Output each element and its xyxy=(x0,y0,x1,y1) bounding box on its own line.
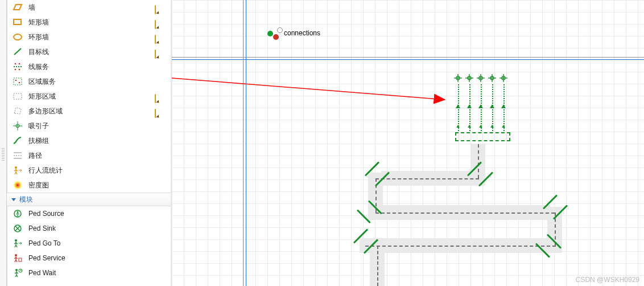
pedgoto-icon xyxy=(13,238,23,248)
palette-item-label: 线服务 xyxy=(28,59,49,74)
queue-arrowhead-icon xyxy=(456,125,460,128)
edit-icon[interactable] xyxy=(155,47,165,57)
svg-rect-8 xyxy=(14,78,22,85)
connections-node-icon[interactable] xyxy=(277,27,283,33)
svg-point-4 xyxy=(15,63,16,65)
palette-item-pedservice[interactable]: Ped Service xyxy=(7,251,171,265)
palette-item-label: Ped Sink xyxy=(28,221,56,236)
palette-panel: 墙 矩形墙 环形墙 目标线 xyxy=(0,0,172,286)
palette-item-label: Ped Source xyxy=(28,206,64,221)
pedwait-icon xyxy=(13,268,23,278)
palette-item-pedgoto[interactable]: Ped Go To xyxy=(7,236,171,251)
connections-node-icon[interactable] xyxy=(273,34,279,40)
queue-arrowhead-icon xyxy=(479,125,482,128)
palette-item-label: 扶梯组 xyxy=(28,133,49,148)
palette-item-pedwait[interactable]: Ped Wait xyxy=(7,265,171,280)
svg-point-19 xyxy=(15,166,17,169)
svg-line-33 xyxy=(172,67,445,100)
queue-arrowhead-icon xyxy=(490,125,494,128)
queue-arrowhead-icon xyxy=(490,104,494,108)
axis-vertical xyxy=(243,0,243,286)
palette-item-pedsink[interactable]: Ped Sink xyxy=(7,221,171,236)
palette-item-label: 区域服务 xyxy=(28,74,56,89)
queue-arrowhead-icon xyxy=(478,104,483,108)
section-title: 模块 xyxy=(19,193,33,206)
queue-centerline xyxy=(377,246,378,286)
pedsource-icon xyxy=(13,209,23,219)
palette-item-label: Ped Service xyxy=(28,251,65,265)
palette-item-label: 路径 xyxy=(28,148,42,163)
palette-item-label: Ped Wait xyxy=(28,265,56,280)
service-line-base[interactable] xyxy=(455,132,510,141)
palette-item-escalator[interactable]: 扶梯组 xyxy=(7,133,171,148)
svg-point-9 xyxy=(15,80,17,81)
rectarea-icon xyxy=(13,91,23,101)
palette-item-label: 矩形墙 xyxy=(28,15,49,30)
svg-point-7 xyxy=(19,69,20,71)
queue-centerline xyxy=(365,246,556,247)
svg-line-2 xyxy=(14,48,21,55)
app-root: 墙 矩形墙 环形墙 目标线 xyxy=(0,0,644,286)
palette-item-label: 多边形区域 xyxy=(28,104,63,119)
svg-point-28 xyxy=(15,239,17,242)
queue-arrowhead-icon xyxy=(467,104,472,108)
palette-item-label: 环形墙 xyxy=(28,30,49,44)
svg-point-6 xyxy=(15,69,16,71)
model-canvas[interactable]: connections xyxy=(172,0,644,286)
palette-item-flowstat[interactable]: 行人流统计 xyxy=(7,163,171,178)
selection-guide-v xyxy=(246,0,246,286)
palette-item-wall[interactable]: 墙 xyxy=(7,0,171,15)
queue-arrowhead-icon xyxy=(502,125,505,128)
connections-node-icon[interactable] xyxy=(267,31,273,36)
palette-item-path[interactable]: 路径 xyxy=(7,148,171,163)
palette-item-label: 行人流统计 xyxy=(28,163,63,178)
svg-marker-12 xyxy=(14,108,21,114)
palette-item-label: Ped Go To xyxy=(28,236,60,251)
svg-rect-11 xyxy=(14,93,22,99)
palette-item-ringwall[interactable]: 环形墙 xyxy=(7,30,171,44)
areaservice-icon xyxy=(13,76,23,87)
density-icon xyxy=(13,180,23,190)
ringwall-icon xyxy=(13,32,23,42)
selection-guide-h xyxy=(172,59,644,60)
queue-centerline xyxy=(478,144,479,178)
palette-item-areaservice[interactable]: 区域服务 xyxy=(7,74,171,89)
palette-item-pedsource[interactable]: Ped Source xyxy=(7,206,171,221)
svg-point-1 xyxy=(14,34,22,40)
palette-item-label: 矩形区域 xyxy=(28,89,56,104)
escalator-icon xyxy=(13,136,23,146)
palette-item-density[interactable]: 密度图 xyxy=(7,178,171,193)
queue-arrowhead-icon xyxy=(501,104,506,108)
chevron-down-icon xyxy=(11,198,16,201)
palette-item-targetline[interactable]: 目标线 xyxy=(7,44,171,59)
edit-icon[interactable] xyxy=(155,91,165,101)
attractor-icon xyxy=(13,121,23,131)
edit-icon[interactable] xyxy=(155,17,165,27)
palette-section-blocks[interactable]: 模块 xyxy=(7,193,171,206)
edit-icon[interactable] xyxy=(155,106,165,116)
palette-item-label: 密度图 xyxy=(28,178,49,193)
svg-point-31 xyxy=(15,269,18,271)
pedservice-icon xyxy=(13,253,23,263)
palette-item-rectwall[interactable]: 矩形墙 xyxy=(7,15,171,30)
svg-point-10 xyxy=(19,82,20,84)
edit-icon[interactable] xyxy=(155,2,165,13)
svg-rect-30 xyxy=(19,258,22,262)
svg-point-5 xyxy=(19,63,20,65)
palette-item-label: 墙 xyxy=(28,0,35,15)
edit-icon[interactable] xyxy=(155,32,165,42)
connections-label[interactable]: connections xyxy=(284,29,320,37)
palette-item-rectarea[interactable]: 矩形区域 xyxy=(7,89,171,104)
svg-point-29 xyxy=(15,254,17,256)
service-target-icons xyxy=(453,73,510,83)
svg-rect-0 xyxy=(14,19,21,24)
rectwall-icon xyxy=(13,17,23,27)
wall-icon xyxy=(13,2,23,13)
palette-item-label: 吸引子 xyxy=(28,119,49,133)
palette-item-label: 目标线 xyxy=(28,44,49,59)
queue-arrowhead-icon xyxy=(456,104,460,108)
flowstat-icon xyxy=(13,165,23,175)
palette-item-polyarea[interactable]: 多边形区域 xyxy=(7,104,171,119)
palette-item-lineservice[interactable]: 线服务 xyxy=(7,59,171,74)
palette-item-attractor[interactable]: 吸引子 xyxy=(7,119,171,133)
